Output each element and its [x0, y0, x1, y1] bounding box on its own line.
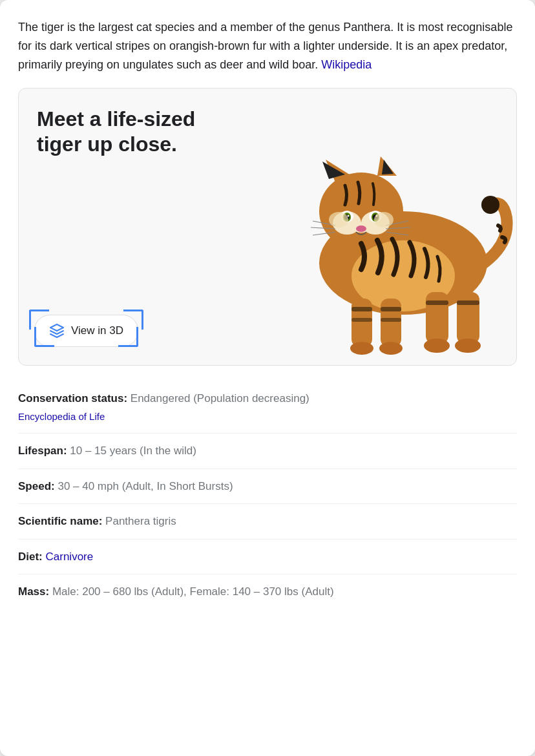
view-3d-label: View in 3D — [71, 324, 123, 337]
view-3d-button[interactable]: View in 3D — [34, 315, 138, 347]
wikipedia-link[interactable]: Wikipedia — [321, 58, 372, 71]
svg-point-12 — [348, 215, 350, 217]
3d-cube-icon — [49, 323, 65, 339]
viewer-title: Meet a life-sized tiger up close. — [37, 107, 244, 156]
bracket-frame-bottom: View in 3D — [34, 315, 138, 347]
lifespan-row: Lifespan: 10 – 15 years (In the wild) — [18, 434, 517, 469]
viewer-card: Meet a life-sized tiger up close. — [18, 88, 517, 366]
speed-row: Speed: 30 – 40 mph (Adult, In Short Burs… — [18, 469, 517, 505]
diet-row: Diet: Carnivore — [18, 540, 517, 575]
view3d-area: View in 3D — [19, 310, 516, 365]
info-section: Conservation status: Endangered (Populat… — [18, 381, 517, 609]
svg-point-40 — [481, 196, 499, 214]
diet-label: Diet: — [18, 551, 43, 563]
svg-marker-6 — [382, 160, 393, 174]
conservation-row: Conservation status: Endangered (Populat… — [18, 381, 517, 434]
description-body: The tiger is the largest cat species and… — [18, 21, 512, 71]
speed-value: 30 – 40 mph (Adult, In Short Bursts) — [58, 480, 233, 492]
speed-label: Speed: — [18, 480, 55, 492]
scientific-name-row: Scientific name: Panthera tigris — [18, 504, 517, 540]
svg-point-42 — [374, 212, 393, 227]
diet-link[interactable]: Carnivore — [46, 551, 94, 563]
svg-point-41 — [329, 212, 348, 227]
conservation-label: Conservation status: — [18, 392, 127, 404]
svg-rect-36 — [426, 300, 448, 305]
scientific-name-value: Panthera tigris — [105, 515, 176, 527]
conservation-value: Endangered (Population decreasing) — [131, 392, 309, 404]
encyclopedia-of-life-link[interactable]: Encyclopedia of Life — [18, 410, 517, 425]
mass-row: Mass: Male: 200 – 680 lbs (Adult), Femal… — [18, 574, 517, 609]
svg-rect-37 — [457, 300, 479, 305]
svg-point-18 — [356, 226, 366, 232]
mass-label: Mass: — [18, 585, 49, 598]
lifespan-value: 10 – 15 years (In the wild) — [70, 445, 196, 457]
main-card: The tiger is the largest cat species and… — [0, 0, 535, 756]
description-text: The tiger is the largest cat species and… — [18, 18, 517, 74]
bracket-frame-top: View in 3D — [29, 310, 143, 352]
scientific-name-label: Scientific name: — [18, 515, 102, 527]
lifespan-label: Lifespan: — [18, 445, 67, 457]
mass-value: Male: 200 – 680 lbs (Adult), Female: 140… — [52, 585, 334, 598]
